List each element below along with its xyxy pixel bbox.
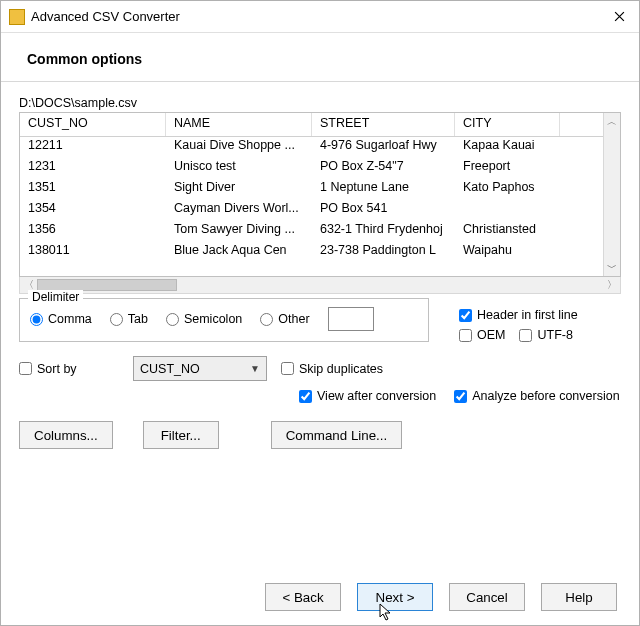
app-icon <box>9 9 25 25</box>
delimiter-tab[interactable]: Tab <box>110 312 148 326</box>
table-cell: Kapaa Kauai <box>455 137 560 158</box>
scroll-up-icon[interactable]: ︿ <box>604 113 620 130</box>
table-cell: 12211 <box>20 137 166 158</box>
table-row[interactable]: 1356Tom Sawyer Diving ...632-1 Third Fry… <box>20 221 603 242</box>
table-cell: Cayman Divers Worl... <box>166 200 312 221</box>
delimiter-legend: Delimiter <box>28 290 83 304</box>
table-cell: Blue Jack Aqua Cen <box>166 242 312 263</box>
data-grid[interactable]: CUST_NO NAME STREET CITY 12211 Kauai Div… <box>19 112 621 277</box>
file-path: D:\DOCS\sample.csv <box>19 96 621 110</box>
column-header[interactable]: STREET <box>312 113 455 136</box>
filter-button[interactable]: Filter... <box>143 421 219 449</box>
window-title: Advanced CSV Converter <box>31 9 599 24</box>
oem-check[interactable]: OEM <box>459 328 505 342</box>
table-row[interactable]: 1354Cayman Divers Worl...PO Box 541 <box>20 200 603 221</box>
delimiter-group: Delimiter Comma Tab Semicolon Other <box>19 298 429 342</box>
close-button[interactable] <box>599 1 639 33</box>
column-header[interactable]: CUST_NO <box>20 113 166 136</box>
sort-by-check[interactable]: Sort by <box>19 362 119 376</box>
table-cell: 1351 <box>20 179 166 200</box>
close-icon <box>614 11 625 22</box>
table-row[interactable]: 1231Unisco testPO Box Z-54"7Freeport <box>20 158 603 179</box>
utf8-check[interactable]: UTF-8 <box>519 328 572 342</box>
scroll-right-icon[interactable]: 〉 <box>603 278 620 292</box>
table-cell: 632-1 Third Frydenhoj <box>312 221 455 242</box>
skip-duplicates-check[interactable]: Skip duplicates <box>281 362 383 376</box>
table-cell: 23-738 Paddington L <box>312 242 455 263</box>
table-cell: 1354 <box>20 200 166 221</box>
window: Advanced CSV Converter Common options D:… <box>0 0 640 626</box>
delimiter-other[interactable]: Other <box>260 312 309 326</box>
dialog-body: Common options D:\DOCS\sample.csv CUST_N… <box>1 33 639 570</box>
sort-field-select[interactable]: CUST_NO ▼ <box>133 356 267 381</box>
table-row[interactable]: 1351Sight Diver1 Neptune LaneKato Paphos <box>20 179 603 200</box>
table-cell: Kato Paphos <box>455 179 560 200</box>
table-cell <box>455 200 560 221</box>
header-first-line-check[interactable]: Header in first line <box>459 308 578 322</box>
sort-field-value: CUST_NO <box>140 362 200 376</box>
table-cell: 4-976 Sugarloaf Hwy <box>312 137 455 158</box>
cancel-button[interactable]: Cancel <box>449 583 525 611</box>
view-after-check[interactable]: View after conversion <box>299 389 436 403</box>
column-header[interactable]: NAME <box>166 113 312 136</box>
table-cell: PO Box Z-54"7 <box>312 158 455 179</box>
back-button[interactable]: < Back <box>265 583 341 611</box>
table-cell: 1 Neptune Lane <box>312 179 455 200</box>
scroll-down-icon[interactable]: ﹀ <box>604 259 620 276</box>
help-button[interactable]: Help <box>541 583 617 611</box>
table-cell: 138011 <box>20 242 166 263</box>
titlebar: Advanced CSV Converter <box>1 1 639 33</box>
table-cell: PO Box 541 <box>312 200 455 221</box>
table-cell: Tom Sawyer Diving ... <box>166 221 312 242</box>
table-cell: Waipahu <box>455 242 560 263</box>
table-cell: Sight Diver <box>166 179 312 200</box>
table-cell: 1356 <box>20 221 166 242</box>
analyze-before-check[interactable]: Analyze before conversion <box>454 389 619 403</box>
page-heading: Common options <box>27 51 621 67</box>
table-cell: Christiansted <box>455 221 560 242</box>
table-cell: Freeport <box>455 158 560 179</box>
horizontal-scrollbar[interactable]: 〈 〉 <box>19 277 621 294</box>
table-cell: Unisco test <box>166 158 312 179</box>
separator <box>1 81 639 82</box>
column-header[interactable]: CITY <box>455 113 560 136</box>
wizard-footer: < Back Next > Cancel Help <box>1 570 639 625</box>
table-cell: 1231 <box>20 158 166 179</box>
table-cell: Kauai Dive Shoppe ... <box>166 137 312 158</box>
delimiter-semicolon[interactable]: Semicolon <box>166 312 242 326</box>
columns-button[interactable]: Columns... <box>19 421 113 449</box>
table-row[interactable]: 12211 Kauai Dive Shoppe ...4-976 Sugarlo… <box>20 137 603 158</box>
chevron-down-icon: ▼ <box>250 363 260 374</box>
next-button[interactable]: Next > <box>357 583 433 611</box>
grid-header: CUST_NO NAME STREET CITY <box>20 113 603 137</box>
table-row[interactable]: 138011Blue Jack Aqua Cen23-738 Paddingto… <box>20 242 603 263</box>
command-line-button[interactable]: Command Line... <box>271 421 403 449</box>
vertical-scrollbar[interactable]: ︿ ﹀ <box>603 113 620 276</box>
delimiter-other-input[interactable] <box>328 307 374 331</box>
delimiter-comma[interactable]: Comma <box>30 312 92 326</box>
